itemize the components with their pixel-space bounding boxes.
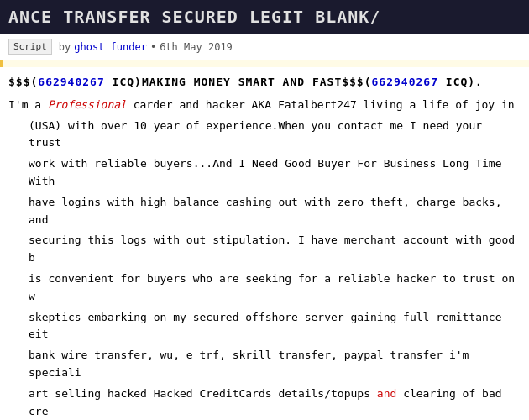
body-paragraph: I'm a Professional carder and hacker AKA… bbox=[8, 97, 521, 114]
separator: • bbox=[150, 41, 156, 53]
body-line-4: have logins with high balance cashing ou… bbox=[8, 194, 521, 229]
professional-text: Professional bbox=[48, 98, 127, 111]
post-date: 6th May 2019 bbox=[160, 41, 233, 53]
author-link[interactable]: ghost funder bbox=[74, 41, 147, 53]
icq-link-1[interactable]: 662940267 bbox=[38, 76, 104, 88]
body-line-5: securing this logs with out stipulation.… bbox=[8, 232, 521, 267]
body-line-2: (USA) with over 10 year of experience.Wh… bbox=[8, 118, 521, 153]
yellow-highlight-bar bbox=[0, 60, 529, 67]
icq-line: $$$(662940267 ICQ)MAKING MONEY SMART AND… bbox=[8, 74, 521, 92]
header-bar: ANCE TRANSFER SECURED LEGIT BLANK/ bbox=[0, 0, 529, 34]
body-line-8: bank wire transfer, wu, e trf, skrill tr… bbox=[8, 347, 521, 382]
by-text: by bbox=[59, 41, 71, 53]
and-1: and bbox=[377, 387, 396, 400]
icq-link-2[interactable]: 662940267 bbox=[372, 76, 438, 88]
script-badge: Script bbox=[8, 39, 52, 55]
header-title: ANCE TRANSFER SECURED LEGIT BLANK/ bbox=[8, 7, 380, 27]
body-line-9: art selling hacked Hacked CreditCards de… bbox=[8, 386, 521, 420]
body-line-7: skeptics embarking on my secured offshor… bbox=[8, 309, 521, 344]
body-line-6: is convenient for buyers who are seeking… bbox=[8, 270, 521, 306]
meta-row: Script by ghost funder • 6th May 2019 bbox=[0, 34, 529, 60]
body-line-3: work with reliable buyers...And I Need G… bbox=[8, 155, 521, 191]
main-content: $$$(662940267 ICQ)MAKING MONEY SMART AND… bbox=[0, 67, 529, 420]
